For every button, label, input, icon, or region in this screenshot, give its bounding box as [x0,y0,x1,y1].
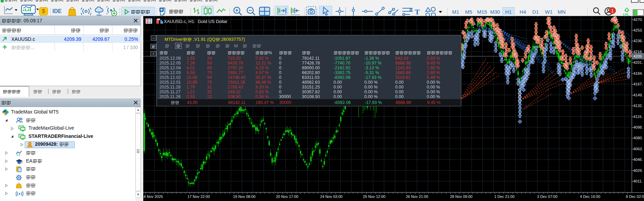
svg-text:LVL: LVL [623,12,629,16]
